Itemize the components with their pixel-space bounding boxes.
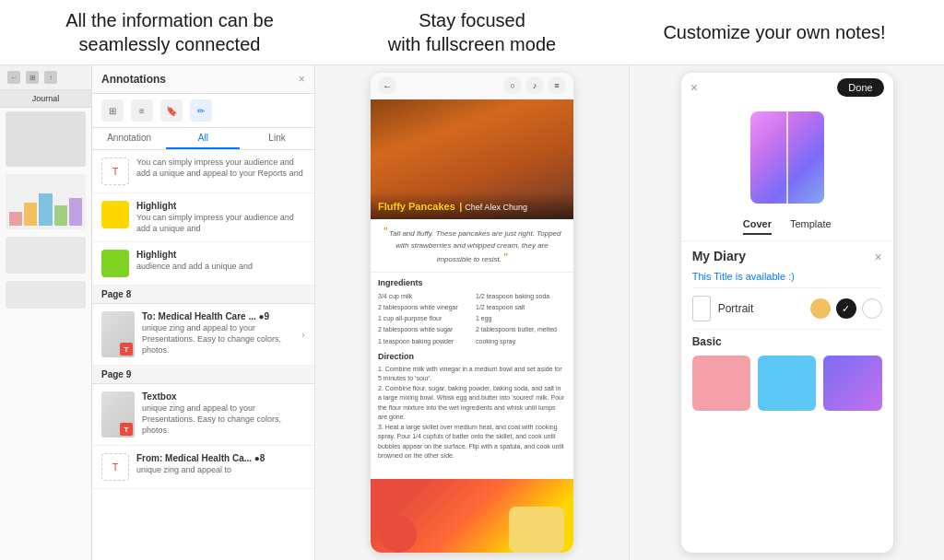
- ann-item-hl2-desc: audience and add a unique and: [136, 262, 305, 273]
- phone-top-icons: ○ ♪ ≡: [503, 76, 566, 95]
- sidebar-back-btn[interactable]: ←: [7, 71, 20, 84]
- ann-page9-content-2: From: Medical Health Ca... ●8 unique zin…: [136, 453, 305, 476]
- cust-basic-cover-2[interactable]: [758, 356, 816, 411]
- pasta-visual: [509, 507, 564, 553]
- phone-circle-icon[interactable]: ○: [503, 76, 522, 95]
- cust-basic-cover-1[interactable]: [692, 356, 750, 411]
- cust-cover-gradient: [750, 111, 824, 204]
- ann-item-hl2-label: Highlight: [136, 250, 305, 260]
- bar-4: [54, 205, 67, 227]
- ingredient-3: 1 cup all-purpose flour: [378, 313, 468, 323]
- ann-item-highlight-green-icon: [101, 250, 129, 277]
- col3-header-text: Customize your own notes!: [663, 22, 885, 42]
- cust-title-row: My Diary ×: [692, 249, 882, 265]
- bar-3: [39, 193, 52, 226]
- ingredient-2: 2 tablespoons white vinegar: [378, 302, 468, 312]
- ingredient-6: 1/2 teaspoon baking soda: [476, 291, 566, 301]
- ann-items-list: T You can simply impress your audience a…: [92, 150, 314, 560]
- phone-frame: ← ○ ♪ ≡ Fluffy Pancakes | Chef Alex Chun…: [371, 73, 573, 553]
- phone-menu-icon[interactable]: ≡: [548, 76, 566, 95]
- cust-basic-cover-3[interactable]: [823, 356, 881, 411]
- col3-header: Customize your own notes!: [623, 20, 926, 44]
- ann-icon-grid[interactable]: ⊞: [101, 99, 124, 122]
- tomato-visual: [380, 516, 417, 553]
- cust-header: × Done: [681, 73, 893, 102]
- direction-title: Direction: [378, 352, 566, 361]
- cust-tabs: Cover Template: [681, 213, 893, 241]
- ann-page9-title-2: From: Medical Health Ca... ●8: [136, 453, 305, 463]
- cust-color-yellow[interactable]: [810, 298, 831, 319]
- app-sidebar: ← ⊞ ↑ Journal: [0, 65, 92, 560]
- cust-portrait-left: Portrait: [692, 296, 754, 321]
- ann-page8-arrow: ›: [301, 330, 304, 340]
- ingredient-7: 1/2 teaspoon salt: [476, 302, 566, 312]
- phone-music-icon[interactable]: ♪: [525, 76, 544, 95]
- cust-close-title-btn[interactable]: ×: [874, 250, 881, 264]
- annotations-panel: Annotations × ⊞ ≡ 🔖 ✏ Annotation All Lin…: [92, 65, 314, 560]
- ann-icon-pen[interactable]: ✏: [190, 99, 212, 122]
- cust-tab-cover[interactable]: Cover: [743, 218, 772, 235]
- bar-2: [24, 203, 37, 226]
- journal-tab[interactable]: Journal: [0, 90, 91, 108]
- recipe-title: Fluffy Pancakes: [378, 201, 455, 212]
- recipe-content: Ingredients 3/4 cup milk 1/2 teaspoon ba…: [371, 273, 573, 479]
- recipe-bottom-image: [371, 479, 573, 553]
- ann-item-highlight-1: Highlight You can simply impress your au…: [92, 193, 314, 242]
- ann-title: Annotations: [101, 73, 166, 86]
- ingredients-title: Ingredients: [378, 278, 566, 287]
- sidebar-chart: [6, 174, 86, 229]
- sidebar-grid-btn[interactable]: ⊞: [26, 71, 39, 84]
- sidebar-thumb-1: [6, 111, 86, 167]
- phone-back-btn[interactable]: ←: [378, 76, 396, 95]
- ann-item-hl1-desc: You can simply impress your audience and…: [136, 213, 305, 234]
- ann-page8-item: T To: Medical Health Care ... ●9 unique …: [92, 304, 314, 366]
- ingredients-grid: 3/4 cup milk 1/2 teaspoon baking soda 2 …: [378, 291, 566, 346]
- sidebar-top-bar: ← ⊞ ↑: [0, 65, 91, 90]
- ann-page9-item-1: T Textbox unique zing and appeal to your…: [92, 384, 314, 446]
- ann-page9-title-1: Textbox: [142, 391, 305, 402]
- ann-thumb-2-label: T: [120, 423, 133, 436]
- ann-item-hl2-content: Highlight audience and add a unique and: [136, 250, 305, 273]
- customize-frame: × Done Cover Template My Diary × This Ti…: [681, 73, 893, 553]
- cust-close-btn[interactable]: ×: [690, 80, 698, 95]
- cust-tab-template[interactable]: Template: [790, 218, 832, 235]
- ann-page9-content-1: Textbox unique zing and appeal to your P…: [142, 391, 305, 436]
- ann-item-text-content-1: You can simply impress your audience and…: [136, 158, 305, 179]
- ann-item-hl1-content: Highlight You can simply impress your au…: [136, 201, 305, 234]
- col1-header: All the information can beseamlessly con…: [18, 8, 321, 56]
- recipe-chef: Chef Alex Chung: [465, 203, 527, 212]
- ingredient-10: cooking spray: [476, 336, 566, 346]
- center-panel: ← ○ ♪ ≡ Fluffy Pancakes | Chef Alex Chun…: [315, 65, 631, 560]
- cust-title-section: My Diary ×: [681, 241, 893, 269]
- ann-icon-list[interactable]: ≡: [131, 99, 153, 122]
- recipe-title-overlay: Fluffy Pancakes | Chef Alex Chung: [371, 192, 573, 219]
- ann-page9-item-2: T From: Medical Health Ca... ●8 unique z…: [92, 446, 314, 489]
- quote-mark-close: ": [503, 251, 507, 264]
- cust-done-btn[interactable]: Done: [837, 78, 883, 97]
- left-panel: ← ⊞ ↑ Journal Annotations ×: [0, 65, 315, 560]
- sidebar-share-btn[interactable]: ↑: [44, 71, 57, 84]
- cust-cover-area: [681, 102, 893, 213]
- main-section: ← ⊞ ↑ Journal Annotations ×: [0, 64, 944, 560]
- cust-color-black-selected[interactable]: ✓: [836, 298, 856, 319]
- col1-header-text: All the information can beseamlessly con…: [65, 10, 274, 54]
- ann-thumb-2: T: [101, 391, 135, 438]
- ann-item-hl1-label: Highlight: [136, 201, 305, 211]
- cust-basic-label: Basic: [681, 330, 893, 352]
- ingredient-5: 1 teaspoon baking powder: [378, 336, 468, 346]
- ann-tab-annotation[interactable]: Annotation: [92, 128, 166, 149]
- cust-cover-line: [786, 111, 788, 204]
- cust-color-white[interactable]: [862, 298, 882, 319]
- ann-header: Annotations ×: [92, 65, 314, 94]
- ann-close-btn[interactable]: ×: [299, 73, 305, 86]
- bar-5: [69, 198, 82, 226]
- ann-page9-desc-1: unique zing and appeal to your Presentat…: [142, 403, 305, 436]
- ann-tab-link[interactable]: Link: [240, 128, 313, 149]
- sidebar-text-2: [6, 281, 86, 309]
- ann-item-text-icon: T: [101, 158, 129, 185]
- ann-tab-all[interactable]: All: [166, 128, 240, 149]
- phone-top-bar: ← ○ ♪ ≡: [371, 73, 573, 99]
- ann-page8-title: To: Medical Health Care ... ●9: [142, 311, 294, 321]
- cust-basic-covers: [681, 352, 893, 418]
- ann-icon-bookmark[interactable]: 🔖: [160, 99, 183, 122]
